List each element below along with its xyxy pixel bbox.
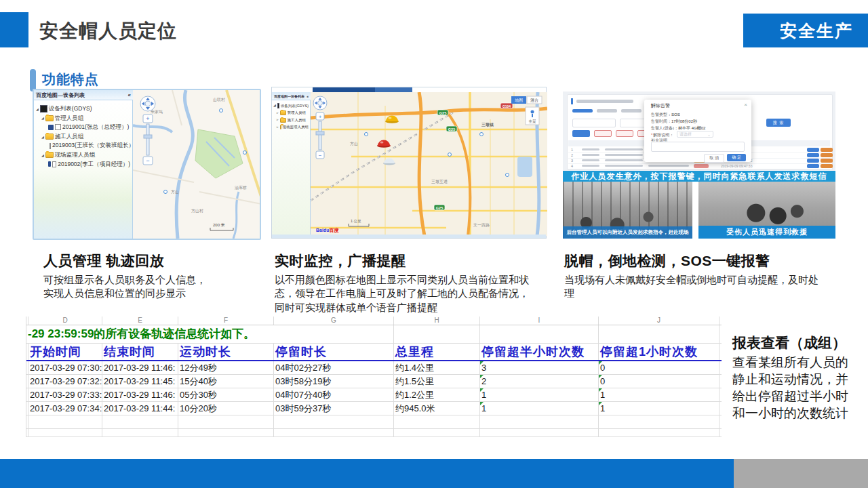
device-tree-panel: ◢ 设备列表(GDYS) ▹ 管理人员组 ▹ 施工人员组 ▹ 现场监理人员组 xyxy=(272,100,311,235)
filter-pill-active[interactable] xyxy=(572,130,590,137)
expander-icon[interactable]: ▹ xyxy=(277,124,279,131)
checkbox[interactable] xyxy=(52,161,56,167)
zoom-out-icon[interactable]: − xyxy=(319,152,322,159)
action-button[interactable] xyxy=(807,159,819,163)
cell-flag-icon xyxy=(599,388,602,392)
filter-pill[interactable] xyxy=(594,130,612,137)
col-header: 总里程 xyxy=(394,344,480,360)
svg-text:1 公里: 1 公里 xyxy=(351,219,361,223)
status-pill[interactable] xyxy=(694,164,709,168)
map-canvas[interactable]: G25 G25 G25 G104 三墩镇 方山 三墩互通 文一西路 xyxy=(311,92,547,236)
action-button[interactable] xyxy=(821,148,833,152)
search-button[interactable]: 搜 索 xyxy=(766,119,791,127)
road-badge: G104 xyxy=(500,103,513,108)
zoom-out-icon[interactable]: − xyxy=(146,157,149,164)
action-button[interactable] xyxy=(807,164,819,168)
zoom-slider-thumb[interactable] xyxy=(144,135,152,138)
svg-text:G25: G25 xyxy=(436,206,443,210)
tree-group[interactable]: ▹ 现场监理人员组 xyxy=(273,123,309,130)
column-letter[interactable]: J xyxy=(599,317,719,325)
expander-icon[interactable]: ◢ xyxy=(41,152,44,158)
folder-icon xyxy=(280,118,286,123)
panorama-control[interactable]: 全景 xyxy=(526,107,539,125)
close-icon[interactable]: × xyxy=(744,102,747,108)
column-letter[interactable]: D xyxy=(28,317,102,325)
cancel-button[interactable]: 取 消 xyxy=(704,154,724,163)
action-button[interactable] xyxy=(821,164,833,168)
column-letter[interactable]: G xyxy=(274,317,394,325)
map-label: 油车桥 xyxy=(235,185,247,190)
feature-title: 脱帽，倒地检测，SOS一键报警 xyxy=(564,251,842,270)
expander-icon[interactable]: ◢ xyxy=(41,134,44,140)
tree-group[interactable]: ◢ 施工人员组 xyxy=(36,132,130,142)
tree-group[interactable]: ▹ 管理人员组 xyxy=(273,109,309,116)
zoom-in-icon[interactable]: + xyxy=(319,114,322,120)
tree-root[interactable]: ◢ 设备列表(GDYS) xyxy=(273,102,309,109)
action-button[interactable] xyxy=(821,153,833,157)
collapse-icon[interactable]: « xyxy=(307,94,309,98)
expander-icon[interactable]: ◢ xyxy=(273,102,276,109)
tab[interactable] xyxy=(621,109,642,113)
expander-icon[interactable]: ◢ xyxy=(41,115,44,121)
report-title: 报表查看（成组） xyxy=(732,333,865,352)
collapse-icon[interactable]: « xyxy=(128,92,131,98)
panel-header: 百度地图—设备列表 « xyxy=(272,92,311,100)
poi-icon xyxy=(480,133,484,136)
pan-compass-control[interactable] xyxy=(313,96,327,110)
expander-icon[interactable]: ▹ xyxy=(277,117,279,123)
map-label: 方山 xyxy=(171,189,179,195)
tree-group[interactable]: ◢ 管理人员组 xyxy=(36,114,130,123)
filter-pill[interactable] xyxy=(616,130,633,137)
cell-flag-icon xyxy=(599,375,602,378)
map-canvas[interactable]: 山联村 朱家坞 方山 方山村 油车桥 + − xyxy=(133,90,260,239)
tab[interactable] xyxy=(597,109,617,113)
pan-compass-control[interactable] xyxy=(140,96,155,111)
road-badge: G25 xyxy=(434,205,445,210)
folder-icon xyxy=(45,115,54,121)
checkbox[interactable] xyxy=(55,124,61,130)
tree-root[interactable]: ◢ 设备列表(GDYS) xyxy=(36,104,130,114)
action-button[interactable] xyxy=(807,148,819,152)
cell-flag-icon xyxy=(480,402,484,405)
tree-member[interactable]: 2019002(李工（项目经理）) xyxy=(36,160,130,169)
panel-header: 百度地图—设备列表 « xyxy=(34,90,133,100)
tree-group[interactable]: ◢ 现场监理人员组 xyxy=(36,150,130,160)
action-button[interactable] xyxy=(821,159,833,163)
tree-member[interactable]: 2019003(王班长（安装班组长）) xyxy=(36,141,130,150)
column-letter[interactable]: H xyxy=(394,317,480,325)
tree-member[interactable]: 2019001(张总（总经理）) xyxy=(36,123,130,132)
zoom-slider-thumb[interactable] xyxy=(316,131,324,135)
action-button[interactable] xyxy=(807,153,819,157)
cell-flag-icon xyxy=(599,402,602,405)
screenshot-sos-alarm: 搜 索 1 2 3 2019-09-10 09:37:5 xyxy=(563,92,835,239)
tree-group[interactable]: ▹ 施工人员组 xyxy=(273,117,309,123)
map-graphic: G25 G25 G25 G104 三墩镇 方山 三墩互通 文一西路 xyxy=(311,92,547,236)
map-type-toggle[interactable]: 地图 混合 xyxy=(511,96,542,104)
checkbox[interactable] xyxy=(50,143,51,149)
hybrid-button[interactable]: 混合 xyxy=(530,98,538,103)
map-graphic: 山联村 朱家坞 方山 方山村 油车桥 + − xyxy=(133,90,260,239)
browser-tab-strip xyxy=(375,87,412,92)
extra-note-textarea[interactable] xyxy=(651,142,745,152)
tab-active[interactable] xyxy=(572,109,593,113)
column-letter[interactable]: I xyxy=(480,317,599,325)
feature-title: 人员管理 轨迹回放 xyxy=(43,251,267,270)
feature-body: 当现场有人未佩戴好安全帽或倒地时可自动提醒，及时处 理 xyxy=(564,273,842,301)
dismiss-reason-select[interactable]: 请选择⌄ xyxy=(677,131,713,138)
filter-input[interactable] xyxy=(572,119,616,127)
expander-icon[interactable]: ◢ xyxy=(36,106,39,112)
confirm-button[interactable]: 确 定 xyxy=(727,154,746,161)
table-header-row: 开始时间 结束时间 运动时长 停留时长 总里程 停留超半小时次数 停留超1小时次… xyxy=(26,344,722,361)
expander-icon[interactable]: ▹ xyxy=(277,110,279,117)
column-letter[interactable]: F xyxy=(178,317,274,325)
zoom-in-icon[interactable]: + xyxy=(146,115,149,122)
alarm-table-row[interactable]: 4 2019-09-09 09:47:33 xyxy=(568,163,830,169)
chevron-down-icon: ⌄ xyxy=(707,132,711,137)
feature-body: 以不用颜色图标在地图上显示不同类别人员当前位置和状 态，领导在工作电脑上可及时了… xyxy=(275,273,559,314)
table-row: 2017-03-29 07:30: 2017-03-29 11:46: 12分4… xyxy=(26,361,722,375)
title-accent-square xyxy=(0,12,28,47)
column-letter[interactable]: E xyxy=(102,317,178,325)
device-list-icon xyxy=(277,103,279,108)
map-button[interactable]: 地图 xyxy=(515,98,523,103)
svg-text:G25: G25 xyxy=(439,111,446,115)
